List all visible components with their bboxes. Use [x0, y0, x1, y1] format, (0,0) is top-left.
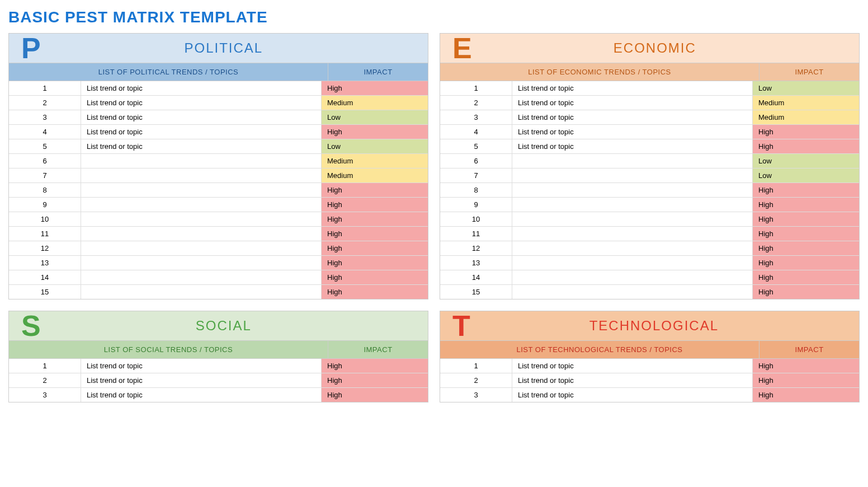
row-impact[interactable]: High — [322, 227, 428, 241]
table-row: 13High — [9, 256, 428, 270]
table-row: 1List trend or topicLow — [440, 81, 859, 96]
row-impact[interactable]: Low — [753, 81, 859, 95]
panel-letter: P — [9, 34, 53, 63]
row-impact[interactable]: Medium — [322, 154, 428, 168]
row-topic[interactable] — [512, 256, 753, 270]
row-number: 12 — [440, 241, 512, 255]
row-topic[interactable] — [512, 198, 753, 212]
row-topic[interactable]: List trend or topic — [512, 139, 753, 153]
table-row: 12High — [9, 241, 428, 256]
row-topic[interactable] — [81, 168, 322, 182]
row-impact[interactable]: High — [753, 270, 859, 284]
table-row: 1List trend or topicHigh — [9, 81, 428, 96]
row-impact[interactable]: High — [322, 373, 428, 387]
row-impact[interactable]: High — [322, 241, 428, 255]
row-topic[interactable]: List trend or topic — [512, 125, 753, 139]
row-impact[interactable]: High — [753, 183, 859, 197]
table-row: 4List trend or topicHigh — [9, 125, 428, 139]
row-topic[interactable]: List trend or topic — [512, 81, 753, 95]
row-number: 10 — [9, 212, 81, 226]
row-topic[interactable] — [81, 183, 322, 197]
row-number: 11 — [9, 227, 81, 241]
table-row: 15High — [440, 285, 859, 299]
row-topic[interactable]: List trend or topic — [81, 125, 322, 139]
row-impact[interactable]: High — [753, 373, 859, 387]
row-topic[interactable] — [81, 270, 322, 284]
row-topic[interactable] — [81, 241, 322, 255]
row-impact[interactable]: High — [753, 139, 859, 153]
row-topic[interactable] — [81, 285, 322, 299]
row-number: 8 — [440, 183, 512, 197]
row-number: 8 — [9, 183, 81, 197]
row-impact[interactable]: High — [322, 183, 428, 197]
table-row: 2List trend or topicMedium — [9, 96, 428, 110]
row-topic[interactable]: List trend or topic — [512, 373, 753, 387]
row-number: 9 — [440, 198, 512, 212]
row-impact[interactable]: Medium — [322, 168, 428, 182]
row-topic[interactable] — [512, 241, 753, 255]
panel-title: POLITICAL — [53, 40, 428, 56]
table-row: 8High — [440, 183, 859, 198]
row-number: 15 — [9, 285, 81, 299]
panel-e: EECONOMICLIST OF ECONOMIC TRENDS / TOPIC… — [440, 33, 860, 299]
row-topic[interactable]: List trend or topic — [81, 81, 322, 95]
row-topic[interactable] — [81, 198, 322, 212]
row-topic[interactable] — [81, 227, 322, 241]
panel-head: PPOLITICAL — [9, 34, 428, 63]
row-topic[interactable] — [81, 212, 322, 226]
row-number: 14 — [440, 270, 512, 284]
row-topic[interactable] — [81, 256, 322, 270]
row-impact[interactable]: High — [322, 359, 428, 373]
row-number: 1 — [440, 81, 512, 95]
row-topic[interactable]: List trend or topic — [512, 359, 753, 373]
table-row: 2List trend or topicHigh — [9, 373, 428, 388]
row-topic[interactable]: List trend or topic — [512, 388, 753, 402]
row-impact[interactable]: High — [753, 125, 859, 139]
row-impact[interactable]: High — [753, 359, 859, 373]
row-impact[interactable]: High — [753, 227, 859, 241]
row-topic[interactable]: List trend or topic — [81, 139, 322, 153]
row-topic[interactable] — [512, 227, 753, 241]
row-impact[interactable]: High — [322, 388, 428, 402]
row-impact[interactable]: Medium — [753, 110, 859, 124]
row-topic[interactable] — [512, 168, 753, 182]
row-impact[interactable]: High — [322, 198, 428, 212]
row-impact[interactable]: High — [753, 388, 859, 402]
panel-head: TTECHNOLOGICAL — [440, 311, 859, 341]
row-topic[interactable]: List trend or topic — [81, 373, 322, 387]
row-number: 3 — [440, 388, 512, 402]
row-impact[interactable]: High — [753, 285, 859, 299]
row-impact[interactable]: High — [322, 125, 428, 139]
row-impact[interactable]: High — [322, 285, 428, 299]
row-impact[interactable]: Low — [753, 154, 859, 168]
row-impact[interactable]: High — [753, 212, 859, 226]
row-impact[interactable]: Low — [322, 110, 428, 124]
row-topic[interactable]: List trend or topic — [512, 96, 753, 110]
row-topic[interactable] — [512, 285, 753, 299]
row-impact[interactable]: High — [753, 198, 859, 212]
row-number: 1 — [440, 359, 512, 373]
row-topic[interactable]: List trend or topic — [81, 388, 322, 402]
panel-t: TTECHNOLOGICALLIST OF TECHNOLOGICAL TREN… — [440, 311, 860, 402]
row-impact[interactable]: High — [322, 270, 428, 284]
row-impact[interactable]: Low — [753, 168, 859, 182]
row-impact[interactable]: High — [753, 241, 859, 255]
row-topic[interactable]: List trend or topic — [81, 110, 322, 124]
row-topic[interactable]: List trend or topic — [512, 110, 753, 124]
row-topic[interactable] — [512, 183, 753, 197]
row-impact[interactable]: Medium — [322, 96, 428, 110]
row-topic[interactable] — [81, 154, 322, 168]
row-topic[interactable]: List trend or topic — [81, 359, 322, 373]
row-topic[interactable] — [512, 270, 753, 284]
row-impact[interactable]: Medium — [753, 96, 859, 110]
row-impact[interactable]: High — [322, 212, 428, 226]
row-impact[interactable]: High — [322, 256, 428, 270]
row-impact[interactable]: High — [322, 81, 428, 95]
row-impact[interactable]: High — [753, 256, 859, 270]
impact-header: IMPACT — [328, 63, 428, 81]
row-topic[interactable] — [512, 212, 753, 226]
row-impact[interactable]: Low — [322, 139, 428, 153]
panel-title: ECONOMIC — [484, 40, 859, 56]
row-topic[interactable] — [512, 154, 753, 168]
row-topic[interactable]: List trend or topic — [81, 96, 322, 110]
